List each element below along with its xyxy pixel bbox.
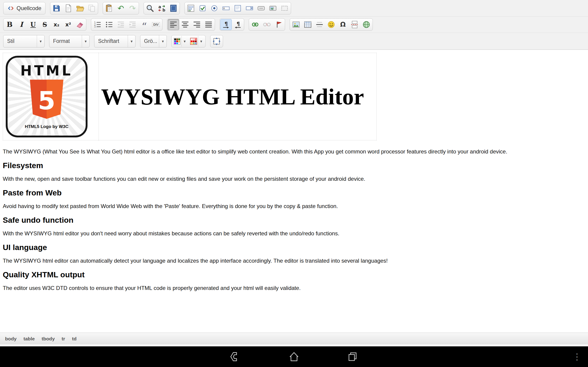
source-button[interactable]: Quellcode [4, 3, 45, 14]
text-color-button[interactable]: ▾ [172, 36, 188, 47]
insert-checkbox-button[interactable] [197, 3, 208, 14]
blockquote-icon: “ [142, 22, 147, 32]
align-center-button[interactable] [179, 19, 191, 30]
image-button[interactable] [290, 19, 302, 30]
recents-button[interactable] [346, 350, 359, 363]
blockquote-button[interactable]: “ [138, 19, 150, 30]
html5-logo-image[interactable]: HTML 5 HTML5 Logo by W3C [6, 56, 87, 137]
text-field-icon [222, 4, 230, 13]
bidi-ltr-icon [222, 20, 230, 29]
section-heading-xhtml[interactable]: Quality XHTML output [3, 270, 585, 279]
section-paragraph-paste[interactable]: Avoid having to modify text pasted from … [3, 203, 585, 210]
outdent-button[interactable] [115, 19, 127, 30]
anchor-button[interactable] [273, 19, 284, 30]
bulleted-list-button[interactable] [103, 19, 115, 30]
insert-textarea-button[interactable] [232, 3, 243, 14]
undo-button[interactable]: ↶ [115, 3, 127, 14]
section-paragraph-filesystem[interactable]: With the new, open and save toolbar func… [3, 175, 585, 182]
intro-paragraph[interactable]: The WYSIWYG (What You See Is What You Ge… [3, 148, 585, 155]
path-item-tbody[interactable]: tbody [42, 336, 55, 342]
superscript-button[interactable]: x² [62, 19, 74, 30]
justify-button[interactable] [203, 19, 214, 30]
create-div-button[interactable]: DIV [150, 19, 162, 30]
align-left-button[interactable] [168, 19, 179, 30]
home-button[interactable] [288, 350, 300, 363]
special-char-button[interactable]: Ω [337, 19, 349, 30]
select-all-button[interactable] [168, 3, 179, 14]
path-item-td[interactable]: td [72, 336, 77, 342]
path-item-tr[interactable]: tr [61, 336, 65, 342]
undo-icon: ↶ [118, 4, 124, 12]
table-button[interactable] [302, 19, 313, 30]
underline-button[interactable]: U [27, 19, 39, 30]
redo-button[interactable]: ↷ [127, 3, 138, 14]
document-title[interactable]: WYSIWYG HTML Editor [101, 83, 376, 110]
textarea-icon [233, 4, 242, 13]
insert-form-button[interactable] [185, 3, 197, 14]
title-cell[interactable]: WYSIWYG HTML Editor [99, 53, 377, 140]
html5-shield-icon: 5 [27, 80, 66, 123]
bg-color-button[interactable]: ▾ [189, 36, 205, 47]
android-nav-bar: ⋮ [0, 346, 588, 367]
logo-cell[interactable]: HTML 5 HTML5 Logo by W3C [3, 53, 99, 140]
bidi-rtl-button[interactable] [232, 19, 243, 30]
italic-button[interactable]: I [16, 19, 27, 30]
bold-button[interactable]: B [4, 19, 15, 30]
svg-text:5: 5 [38, 86, 55, 115]
font-dropdown-label: Schriftart [95, 38, 128, 44]
insert-image-button-button[interactable] [267, 3, 279, 14]
maximize-button[interactable] [211, 36, 222, 47]
section-paragraph-xhtml[interactable]: The editor uses W3C DTD controls to ensu… [3, 285, 585, 292]
unlink-button[interactable] [261, 19, 273, 30]
paste-button[interactable] [103, 3, 115, 14]
numbered-list-button[interactable] [92, 19, 103, 30]
insert-radio-button[interactable] [208, 3, 220, 14]
link-button[interactable] [250, 19, 261, 30]
insert-button-button[interactable] [255, 3, 267, 14]
paste-icon [105, 4, 113, 13]
align-center-icon [181, 20, 190, 29]
strikethrough-button[interactable]: S [39, 19, 51, 30]
strike-icon: S [43, 22, 47, 28]
horizontal-rule-button[interactable] [314, 19, 325, 30]
path-item-body[interactable]: body [5, 336, 17, 342]
page-break-button[interactable] [349, 19, 360, 30]
find-button[interactable] [144, 3, 156, 14]
copy-button[interactable] [86, 3, 97, 14]
underline-icon: U [30, 22, 36, 28]
remove-format-button[interactable] [74, 19, 86, 30]
section-heading-paste[interactable]: Paste from Web [3, 188, 585, 197]
section-heading-undo[interactable]: Safe undo function [3, 216, 585, 225]
font-dropdown[interactable]: Schriftart ▾ [94, 35, 136, 48]
section-heading-language[interactable]: UI language [3, 243, 585, 252]
section-heading-filesystem[interactable]: Filesystem [3, 161, 585, 170]
insert-text-field-button[interactable] [220, 3, 232, 14]
insert-hidden-field-button[interactable] [279, 3, 290, 14]
path-item-table[interactable]: table [23, 336, 35, 342]
section-paragraph-undo[interactable]: With the WYSIWYG html editor you don't n… [3, 230, 585, 237]
editor-content[interactable]: HTML 5 HTML5 Logo by W3C WYSIWYG HTML Ed… [0, 50, 588, 333]
smiley-button[interactable] [326, 19, 337, 30]
subscript-icon: x₂ [54, 22, 60, 27]
iframe-icon [362, 20, 371, 29]
section-paragraph-language[interactable]: The WYSIWYG html editor can automaticall… [3, 257, 585, 264]
back-button[interactable] [229, 350, 242, 363]
align-right-button[interactable] [191, 19, 203, 30]
content-table: HTML 5 HTML5 Logo by W3C WYSIWYG HTML Ed… [3, 53, 377, 140]
new-page-button[interactable] [62, 3, 74, 14]
size-dropdown[interactable]: Grö... ▾ [140, 35, 167, 48]
subscript-button[interactable]: x₂ [51, 19, 62, 30]
iframe-button[interactable] [361, 19, 372, 30]
chevron-down-icon: ▾ [159, 35, 166, 47]
replace-button[interactable] [156, 3, 167, 14]
smiley-icon [327, 20, 336, 29]
save-button[interactable] [51, 3, 62, 14]
format-dropdown[interactable]: Format ▾ [49, 35, 90, 48]
open-button[interactable] [74, 3, 86, 14]
bidi-ltr-button[interactable] [220, 19, 232, 30]
bold-icon: B [7, 21, 12, 28]
insert-select-button[interactable] [244, 3, 255, 14]
indent-button[interactable] [127, 19, 138, 30]
overflow-menu-button[interactable]: ⋮ [572, 350, 582, 363]
style-dropdown[interactable]: Stil ▾ [3, 35, 44, 48]
